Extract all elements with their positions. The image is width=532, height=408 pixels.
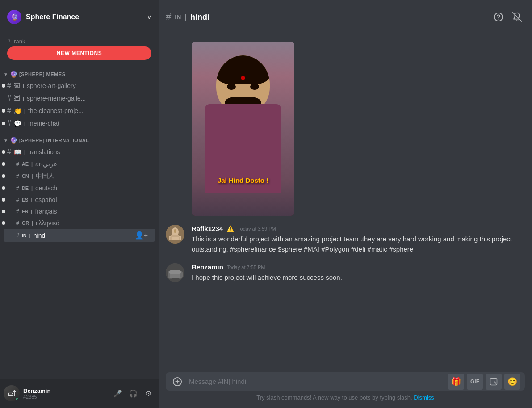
- channel-emoji: 📖: [14, 148, 21, 156]
- hash-icon: #: [16, 232, 19, 239]
- channel-header: # IN | hindi: [159, 0, 532, 34]
- message-timestamp: Today at 7:55 PM: [227, 265, 265, 270]
- svg-rect-14: [169, 270, 181, 274]
- message-author: Benzamin: [192, 263, 223, 271]
- message-header: Rafik1234 ⚠️ Today at 3:59 PM: [192, 225, 525, 232]
- message-image: Jai Hind Dosto !: [192, 42, 294, 216]
- channel-espanol[interactable]: # ES | español: [4, 194, 155, 206]
- image-message-container: Jai Hind Dosto !: [166, 42, 525, 216]
- unread-dot: [2, 122, 5, 125]
- sticker-button[interactable]: [486, 374, 502, 390]
- chevron-down-icon: ∨: [147, 13, 151, 21]
- server-name: Sphere Finance: [26, 13, 79, 21]
- lock-icon: #: [16, 161, 19, 167]
- channel-separator: |: [31, 197, 32, 202]
- lang-flag: GR: [22, 220, 29, 226]
- headphones-button[interactable]: 🎧: [126, 387, 140, 400]
- hash-icon: #: [7, 107, 11, 115]
- channel-separator: |: [32, 173, 33, 179]
- channel-translations[interactable]: # 📖 | translations: [4, 146, 155, 158]
- svg-rect-16: [179, 278, 181, 279]
- channel-sphere-meme-gallery[interactable]: # 🖼 | sphere-meme-galle...: [4, 92, 155, 105]
- unread-dot: [2, 84, 5, 88]
- new-mentions-button[interactable]: NEW MENTIONS: [7, 46, 151, 60]
- mute-microphone-button[interactable]: 🎤: [111, 387, 125, 400]
- message-group: Rafik1234 ⚠️ Today at 3:59 PM This is a …: [166, 225, 525, 254]
- channel-separator: |: [31, 185, 33, 191]
- channel-name: sphere-meme-galle...: [27, 95, 148, 102]
- hash-icon: #: [16, 173, 19, 179]
- add-attachment-button[interactable]: [169, 374, 185, 390]
- dismiss-link[interactable]: Dismiss: [414, 394, 434, 401]
- category-arrow-memes: ▼: [4, 72, 8, 77]
- unread-dot: [2, 174, 5, 178]
- channel-separator: |: [31, 161, 33, 167]
- top-channel-item[interactable]: # rank: [0, 34, 159, 46]
- channel-deutsch[interactable]: # DE | deutsch: [4, 182, 155, 194]
- hash-icon: #: [7, 119, 11, 127]
- channel-name: sphere-art-gallery: [27, 82, 148, 89]
- unread-dot: [2, 198, 5, 202]
- channel-arabic[interactable]: # AE | ar-عربي: [4, 158, 155, 170]
- channel-greek[interactable]: # GR | ελληνικά: [4, 217, 155, 229]
- server-header[interactable]: 🔮 Sphere Finance ∨: [0, 0, 159, 34]
- channel-separator: |: [24, 149, 25, 155]
- channel-settings-icon[interactable]: [491, 9, 506, 25]
- avatar: 🛋: [4, 385, 20, 401]
- unread-dot: [2, 162, 5, 166]
- main-content: # IN | hindi: [159, 0, 532, 408]
- svg-line-2: [513, 13, 522, 21]
- channel-name: translations: [28, 148, 148, 156]
- messages-area[interactable]: Jai Hind Dosto !: [159, 34, 532, 365]
- channel-chinese[interactable]: # CN | 中国人: [4, 170, 155, 182]
- channel-list: # rank NEW MENTIONS ▼ 🔮 [SPHERE] MEMES #…: [0, 34, 159, 379]
- svg-rect-8: [170, 237, 172, 240]
- add-member-icon[interactable]: 👤+: [135, 231, 148, 240]
- hash-icon: #: [16, 185, 19, 191]
- channel-name: 中国人: [36, 172, 148, 180]
- hash-icon: #: [7, 94, 11, 102]
- hash-icon: #: [7, 148, 11, 156]
- message-header: Benzamin Today at 7:55 PM: [192, 263, 525, 271]
- input-right-icons: 🎁 GIF 😊: [447, 374, 521, 390]
- channel-cleanest-project[interactable]: # 👏 | the-cleanest-proje...: [4, 105, 155, 117]
- category-emoji-memes: 🔮: [10, 71, 17, 78]
- lang-flag: FR: [22, 209, 29, 214]
- user-settings-button[interactable]: ⚙: [142, 387, 155, 400]
- unread-dot: [2, 109, 5, 113]
- channel-separator: |: [24, 121, 25, 126]
- channel-emoji: 🖼: [14, 95, 20, 102]
- emoji-button[interactable]: 😊: [504, 374, 520, 390]
- channel-hindi[interactable]: # IN | hindi 👤+: [4, 229, 155, 242]
- unread-dot: [2, 150, 5, 154]
- channel-name: meme-chat: [28, 120, 148, 127]
- svg-rect-9: [179, 237, 180, 240]
- avatar-image: [166, 225, 184, 244]
- channel-sphere-art-gallery[interactable]: # 🖼 | sphere-art-gallery: [4, 80, 155, 92]
- unread-dot: [2, 186, 5, 190]
- message-text: This is a wonderful project with an amaz…: [192, 234, 525, 254]
- lang-flag: ES: [22, 197, 29, 202]
- channel-emoji: 💬: [14, 120, 21, 127]
- category-label-intl: [SPHERE] INTERNATIONAL: [19, 138, 89, 143]
- channel-header-flag: IN: [175, 13, 181, 21]
- channel-meme-chat[interactable]: # 💬 | meme-chat: [4, 117, 155, 130]
- channel-header-hash-icon: #: [166, 11, 171, 23]
- channel-name: ελληνικά: [36, 219, 148, 227]
- channel-header-left: # IN | hindi: [166, 11, 209, 23]
- message-group: Benzamin Today at 7:55 PM I hope this pr…: [166, 263, 525, 283]
- message-timestamp: Today at 3:59 PM: [238, 226, 276, 231]
- channel-name: ar-عربي: [35, 160, 148, 168]
- bell-muted-icon[interactable]: [510, 9, 525, 25]
- gif-button[interactable]: GIF: [467, 374, 483, 390]
- user-controls: 🎤 🎧 ⚙: [111, 387, 155, 400]
- gift-button[interactable]: 🎁: [448, 374, 464, 390]
- avatar: [166, 263, 184, 282]
- channel-separator: |: [23, 96, 24, 101]
- category-memes-header[interactable]: ▼ 🔮 [SPHERE] MEMES: [0, 63, 159, 80]
- message-input[interactable]: [187, 372, 445, 391]
- category-international-header[interactable]: ▼ 🔮 [SPHERE] INTERNATIONAL: [0, 130, 159, 146]
- channel-francais[interactable]: # FR | français: [4, 206, 155, 217]
- lang-flag: DE: [22, 185, 29, 191]
- channel-emoji: 🖼: [14, 82, 20, 89]
